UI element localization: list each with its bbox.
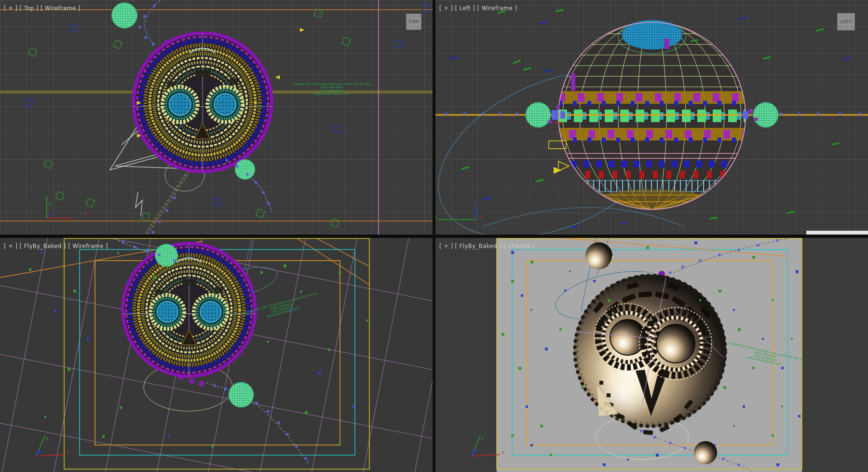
axis-z-label: z (475, 448, 478, 453)
axis-z-label: z (40, 448, 42, 453)
viewport-label-top[interactable]: [ + ] [ Top ] [ Wireframe ] (4, 5, 81, 12)
viewport-label-left[interactable]: [ + ] [ Left ] [ Wireframe ] (439, 5, 517, 12)
svg-text:www.lotsofrobots.com: www.lotsofrobots.com (315, 92, 349, 96)
viewcube-left-label[interactable]: LEFT (841, 20, 852, 24)
axis-z-label: z (48, 212, 50, 217)
satellite-sphere[interactable] (526, 102, 551, 127)
viewport-top[interactable]: TOP y z x Created for Intel Corporation … (0, 0, 433, 236)
satellite-sphere-shaded-top[interactable] (585, 242, 612, 269)
viewport-label-flyby-wire[interactable]: [ + ] [ FlyBy_Baked ] [ Wireframe ] (4, 243, 108, 250)
owl-sphere-wireframe-top[interactable] (134, 33, 271, 171)
owl-sphere-wireframe-flyby[interactable] (123, 244, 255, 376)
satellite-sphere[interactable] (111, 2, 137, 28)
satellite-sphere[interactable] (235, 159, 255, 180)
viewport-label-flyby-shaded[interactable]: [ + ] [ FlyBy_Baked ] [ Shaded ] (439, 243, 535, 250)
axis-y-label: y (48, 201, 51, 206)
purple-figure (665, 39, 669, 49)
viewcube-left[interactable]: LEFT (838, 14, 854, 30)
viewcube-top-label[interactable]: TOP (409, 20, 419, 24)
viewport-left[interactable]: LEFT z y x [ + ] [ Left ] [ Wireframe ] (413, 0, 868, 271)
axis-y-label: y (434, 214, 437, 219)
satellite-sphere[interactable] (753, 102, 778, 127)
satellite-sphere[interactable] (229, 382, 254, 407)
axis-x-label: x (66, 450, 69, 455)
viewport-quad-layout: TOP y z x Created for Intel Corporation … (0, 0, 868, 472)
axis-x-label: x (84, 211, 87, 216)
viewport-flyby-shaded[interactable]: Created for Intel Corporation as a work … (435, 238, 868, 472)
axis-x-label: x (502, 450, 504, 455)
axis-y-label: y (46, 436, 49, 441)
axis-x-label: x (480, 214, 483, 219)
scene-canvas: TOP y z x Created for Intel Corporation … (0, 0, 868, 472)
satellite-sphere-shaded-bottom[interactable] (694, 441, 717, 464)
axis-z-label: z (474, 201, 476, 206)
viewcube-top[interactable]: TOP (407, 14, 421, 29)
axis-y-label: y (481, 436, 484, 441)
white-bar-object (806, 231, 868, 236)
